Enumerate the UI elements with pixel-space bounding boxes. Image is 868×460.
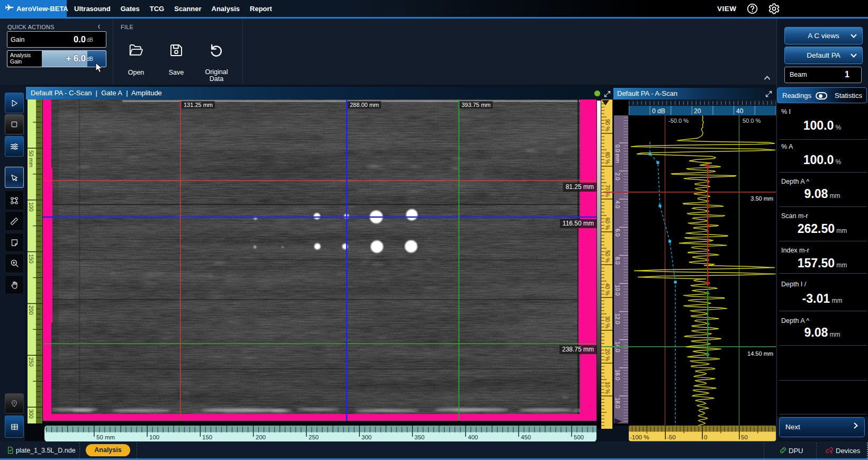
svg-text:0 dB: 0 dB <box>652 107 665 115</box>
svg-text:20: 20 <box>694 107 701 115</box>
svg-text:100: 100 <box>149 434 159 440</box>
svg-text:70 %: 70 % <box>604 185 610 197</box>
svg-text:18.0: 18.0 <box>614 398 621 409</box>
svg-text:-50.0 %: -50.0 % <box>668 118 689 124</box>
svg-text:14.50 mm: 14.50 mm <box>747 350 773 357</box>
svg-text:10.0: 10.0 <box>614 285 621 296</box>
svg-text:6.0: 6.0 <box>614 229 621 237</box>
svg-text:150: 150 <box>202 434 212 440</box>
svg-text:100: 100 <box>28 202 34 212</box>
svg-text:80 %: 80 % <box>604 152 610 164</box>
svg-text:20 %: 20 % <box>604 349 610 361</box>
svg-text:50.0 %: 50.0 % <box>743 118 761 124</box>
svg-text:150: 150 <box>28 254 34 264</box>
svg-text:250: 250 <box>28 357 34 367</box>
svg-text:500: 500 <box>574 434 584 440</box>
svg-text:90 %: 90 % <box>604 119 610 131</box>
svg-text:60 %: 60 % <box>604 218 610 230</box>
svg-text:-50: -50 <box>667 434 676 440</box>
svg-text:0: 0 <box>704 434 707 440</box>
svg-text:12.0: 12.0 <box>614 313 621 324</box>
svg-text:350: 350 <box>414 434 424 440</box>
svg-text:450: 450 <box>521 434 531 440</box>
svg-text:8.0: 8.0 <box>614 257 621 265</box>
svg-text:0.0 mm: 0.0 mm <box>614 145 621 163</box>
svg-text:3.50 mm: 3.50 mm <box>751 195 773 202</box>
svg-text:300: 300 <box>28 409 34 419</box>
svg-text:40: 40 <box>736 107 744 115</box>
svg-text:16.0: 16.0 <box>614 369 621 381</box>
svg-text:-100 %: -100 % <box>630 434 649 440</box>
svg-text:200: 200 <box>256 434 266 440</box>
svg-text:200: 200 <box>28 305 34 315</box>
svg-text:50 %: 50 % <box>604 250 610 263</box>
svg-text:4.0: 4.0 <box>614 201 621 209</box>
svg-text:40 %: 40 % <box>604 283 610 295</box>
svg-text:50: 50 <box>741 434 748 440</box>
svg-text:50 mm: 50 mm <box>96 434 115 440</box>
svg-text:2.0: 2.0 <box>614 173 621 181</box>
svg-text:10 %: 10 % <box>604 382 610 394</box>
svg-text:300: 300 <box>361 434 372 440</box>
svg-text:250: 250 <box>309 434 319 440</box>
svg-text:50 mm: 50 mm <box>28 150 34 167</box>
svg-text:400: 400 <box>468 434 478 440</box>
svg-text:30 %: 30 % <box>604 316 610 328</box>
